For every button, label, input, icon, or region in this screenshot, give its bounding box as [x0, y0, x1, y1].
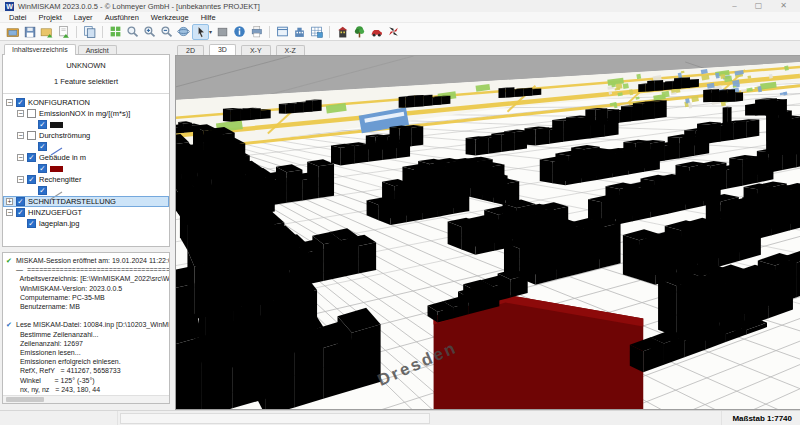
minimize-button[interactable]: – [732, 1, 736, 11]
menu-layer[interactable]: Layer [68, 12, 99, 22]
log-entry-text: Zeilenanzahl: 12697 [16, 339, 83, 348]
tree-row[interactable]: ✓ [3, 141, 169, 152]
layer-checkbox[interactable]: ✓ [27, 219, 36, 228]
open-project-icon[interactable] [4, 24, 21, 40]
close-button[interactable]: ✕ [780, 1, 787, 11]
building-editor-icon[interactable] [334, 24, 351, 40]
tab-2d[interactable]: 2D [177, 45, 204, 55]
tree-item-label: HINZUGEFÜGT [28, 208, 82, 217]
building-blue-icon[interactable] [291, 24, 308, 40]
layer-checkbox[interactable]: ✓ [16, 208, 25, 217]
tab-3d[interactable]: 3D [209, 44, 236, 55]
tree-item-label: lageplan.jpg [39, 219, 79, 228]
window-layout-icon[interactable] [274, 24, 291, 40]
tree-row[interactable]: −✓HINZUGEFÜGT [3, 207, 169, 218]
scrollbar-thumb[interactable] [6, 397, 44, 402]
layer-checkbox[interactable]: ✓ [27, 153, 36, 162]
toolbar-separator [269, 26, 270, 38]
layer-checkbox[interactable]: ✓ [27, 175, 36, 184]
copy-view-icon[interactable] [81, 24, 98, 40]
grid-table-icon[interactable] [308, 24, 325, 40]
maximize-button[interactable]: ▢ [755, 1, 763, 11]
expand-icon[interactable]: + [6, 198, 13, 205]
sidebar-tabs: InhaltsverzeichnisAnsicht [2, 41, 170, 55]
zoom-out-icon[interactable] [158, 24, 175, 40]
zoom-in-icon[interactable] [141, 24, 158, 40]
scene-svg[interactable]: Dresden [176, 56, 800, 409]
selection-status-line2: 1 Feature selektiert [3, 70, 169, 86]
log-icon-spacer [6, 385, 16, 394]
window-title: WinMISKAM 2023.0.0.5 - © Lohmeyer GmbH -… [18, 2, 260, 11]
menu-hilfe[interactable]: Hilfe [195, 12, 222, 22]
menu-werkzeuge[interactable]: Werkzeuge [145, 12, 195, 22]
tree-row[interactable]: ✓ [3, 163, 169, 174]
log-entry-text: Lese MISKAM-Datei: 10084.inp [D:\10203_W… [16, 320, 169, 329]
check-blue-icon: ✔ [6, 320, 16, 329]
select-cursor-icon[interactable] [192, 24, 209, 40]
tree-item-label: KONFIGURATION [28, 98, 90, 107]
divider [3, 93, 169, 94]
traffic-emission-icon[interactable] [368, 24, 385, 40]
collapse-icon[interactable]: − [17, 176, 24, 183]
menu-ausfhren[interactable]: Ausführen [99, 12, 145, 22]
tree-row[interactable]: −EmissionNOX in mg/[(m*s)] [3, 108, 169, 119]
print-icon[interactable] [248, 24, 265, 40]
tree-row[interactable]: −✓Gebäude in m [3, 152, 169, 163]
collapse-icon[interactable]: − [17, 110, 24, 117]
layer-checkbox[interactable]: ✓ [16, 197, 25, 206]
log-entry-text: Winkel = 125° (-35°) [16, 376, 95, 385]
layer-tree: −✓KONFIGURATION−EmissionNOX in mg/[(m*s)… [3, 97, 169, 246]
layer-import-icon[interactable] [55, 24, 72, 40]
wind-rose-icon[interactable] [385, 24, 402, 40]
status-bar: Maßstab 1:7740 [0, 410, 800, 425]
main-body: InhaltsverzeichnisAnsicht UNKNOWN 1 Feat… [0, 41, 800, 410]
collapse-icon[interactable]: − [17, 132, 24, 139]
dropdown-caret-icon[interactable]: ▾ [209, 28, 212, 35]
tree-row[interactable]: −✓Rechengitter [3, 174, 169, 185]
sidebar: InhaltsverzeichnisAnsicht UNKNOWN 1 Feat… [0, 41, 172, 410]
rotate-3d-icon[interactable] [175, 24, 192, 40]
layer-checkbox[interactable]: ✓ [38, 142, 47, 151]
log-icon-spacer [6, 376, 16, 385]
log-entry-text [16, 311, 18, 320]
toolbar-separator [102, 26, 103, 38]
layer-checkbox[interactable] [27, 109, 36, 118]
layer-checkbox[interactable]: ✓ [38, 186, 47, 195]
tab-xz[interactable]: X-Z [276, 45, 305, 55]
log-icon-spacer [6, 274, 16, 283]
menu-projekt[interactable]: Projekt [33, 12, 68, 22]
zoom-extent-icon[interactable] [107, 24, 124, 40]
collapse-icon[interactable]: − [6, 209, 13, 216]
tree-row[interactable]: −✓KONFIGURATION [3, 97, 169, 108]
layer-checkbox[interactable]: ✓ [38, 120, 47, 129]
log-entry-text: — ======================================… [16, 265, 169, 274]
layer-checkbox[interactable]: ✓ [38, 164, 47, 173]
info-icon[interactable] [231, 24, 248, 40]
log-entry: WinMISKAM-Version: 2023.0.0.5 [6, 284, 167, 293]
save-icon[interactable] [21, 24, 38, 40]
log-entry: ✔Lese MISKAM-Datei: 10084.inp [D:\10203_… [6, 320, 167, 329]
rect-select-icon[interactable] [214, 24, 231, 40]
collapse-icon[interactable]: − [6, 99, 13, 106]
tab-inhaltsverzeichnis[interactable]: Inhaltsverzeichnis [4, 44, 76, 55]
tree-row[interactable]: ✓lageplan.jpg [3, 218, 169, 229]
menu-datei[interactable]: Datei [3, 12, 33, 22]
legend-swatch-gray-line [50, 186, 63, 195]
tree-row[interactable]: ✓ [3, 119, 169, 130]
viewport-3d[interactable]: Dresden [175, 55, 800, 410]
log-entry-text: RefX, RefY = 411267, 5658733 [16, 366, 121, 375]
layer-checkbox[interactable] [27, 131, 36, 140]
tree-row[interactable]: −Durchströmung [3, 130, 169, 141]
tree-row[interactable]: +✓SCHNITTDARSTELLUNG [3, 196, 169, 207]
tab-xy[interactable]: X-Y [241, 45, 271, 55]
status-spacer [430, 411, 722, 425]
folder-import-icon[interactable] [38, 24, 55, 40]
pan-icon[interactable] [124, 24, 141, 40]
log-entry-text: Computername: PC-35-MB [16, 293, 105, 302]
vegetation-icon[interactable] [351, 24, 368, 40]
collapse-icon[interactable]: − [17, 154, 24, 161]
log-horizontal-scrollbar[interactable] [3, 395, 169, 403]
toolbar-separator [76, 26, 77, 38]
tree-row[interactable]: ✓ [3, 185, 169, 196]
layer-checkbox[interactable]: ✓ [16, 98, 25, 107]
